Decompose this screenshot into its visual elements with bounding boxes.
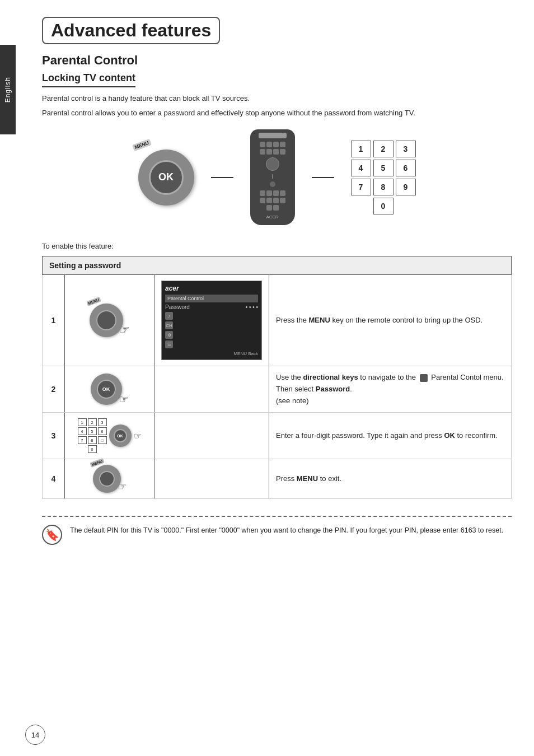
mini-numpad: 123 456 78□ 0 (78, 418, 107, 453)
connector-line (211, 177, 233, 178)
description-para2: Parental control allows you to enter a p… (42, 108, 512, 119)
note-icon: 🔖 (42, 525, 62, 545)
table-row: 2 OK ☞ Use the directional keys to navig… (43, 366, 512, 413)
key-6: 6 (396, 160, 416, 176)
step-empty-3 (154, 413, 269, 459)
key-4: 4 (351, 160, 371, 176)
table-row: 4 MENU ☞ Press MENU to exit. (43, 459, 512, 499)
ok-label: OK (149, 160, 184, 195)
key-7: 7 (351, 179, 371, 195)
step-image-4: MENU ☞ (65, 459, 154, 499)
step-osd-1: acer Parental Control Password • • • • ♪… (154, 275, 269, 366)
key-2: 2 (373, 141, 394, 157)
osd-acer-brand: acer (165, 284, 179, 292)
step-desc-1: Press the MENU key on the remote control… (269, 275, 512, 366)
step-empty-4 (154, 459, 269, 499)
numpad-ok-combo: 123 456 78□ 0 (72, 418, 147, 453)
step-empty-2 (154, 366, 269, 413)
number-pad: 1 2 3 4 5 6 7 8 9 0 (351, 141, 416, 214)
steps-table: Setting a password 1 MENU ☞ (42, 256, 512, 499)
key-8: 8 (373, 179, 394, 195)
key-3: 3 (396, 141, 416, 157)
step-image-1: MENU ☞ (65, 275, 154, 366)
table-row: 3 123 456 78□ (43, 413, 512, 459)
page-title: Advanced features (42, 17, 220, 44)
step-number-1: 1 (43, 275, 65, 366)
step-image-2: OK ☞ (65, 366, 154, 413)
section-heading: Parental Control (42, 53, 512, 68)
connector-line2 (312, 177, 334, 178)
step-desc-3: Enter a four-digit password. Type it aga… (269, 413, 512, 459)
step-number-3: 3 (43, 413, 65, 459)
ok-hand-press-icon: ☞ (119, 393, 129, 406)
key-9: 9 (396, 179, 416, 195)
key-0: 0 (373, 198, 394, 214)
remote-control: ACER (250, 129, 295, 225)
note-text: The default PIN for this TV is "0000." F… (70, 525, 503, 536)
menu-exit-icon: MENU ☞ (72, 465, 147, 493)
osd-field-label: Password (165, 304, 190, 310)
key-1: 1 (351, 141, 371, 157)
key-5: 5 (373, 160, 394, 176)
osd-menu-title: Parental Control (165, 295, 258, 302)
remote-diagram: MENU OK (42, 129, 512, 225)
menu-label: MENU (132, 138, 151, 151)
parental-icon (420, 374, 428, 382)
enable-feature-text: To enable this feature: (42, 242, 512, 250)
osd-screenshot: acer Parental Control Password • • • • ♪… (161, 281, 262, 360)
step-desc-2: Use the directional keys to navigate to … (269, 366, 512, 413)
ok-hand-icon: OK ☞ (72, 374, 147, 405)
step-number-4: 4 (43, 459, 65, 499)
description-para1: Parental control is a handy feature that… (42, 93, 512, 104)
note-section: 🔖 The default PIN for this TV is "0000."… (42, 516, 512, 545)
menu-hand-icon: MENU ☞ (72, 304, 147, 337)
language-tab: English (0, 45, 16, 134)
table-header: Setting a password (43, 256, 512, 275)
table-row: 1 MENU ☞ (43, 275, 512, 366)
language-label: English (4, 77, 12, 102)
step-number-2: 2 (43, 366, 65, 413)
page-number: 14 (25, 725, 45, 745)
osd-footer: MENU Back (165, 351, 258, 356)
step-image-3: 123 456 78□ 0 (65, 413, 154, 459)
osd-field-value: • • • • (246, 304, 258, 310)
ok-button-diagram: MENU OK (138, 150, 194, 206)
subsection-heading: Locking TV content (42, 72, 135, 87)
step-desc-4: Press MENU to exit. (269, 459, 512, 499)
